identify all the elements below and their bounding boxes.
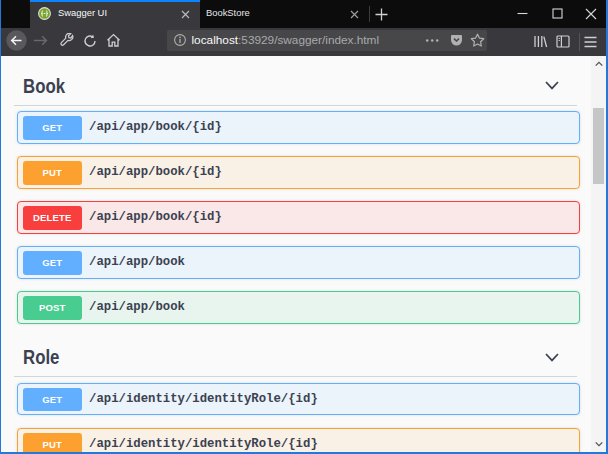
- page-actions-icon[interactable]: [425, 38, 440, 43]
- back-button[interactable]: [6, 30, 27, 51]
- url-bar[interactable]: localhost:53929/swagger/index.html: [167, 30, 487, 51]
- maximize-button[interactable]: [541, 0, 573, 27]
- swagger-viewport: Book GET /api/app/book/{id} PUT /api/app…: [1, 56, 591, 452]
- operations-list: GET /api/identity/identityRole/{id} PUT …: [1, 383, 591, 452]
- http-method-badge: POST: [23, 296, 83, 320]
- sidebar-button[interactable]: [556, 35, 570, 48]
- api-tag-section: Role GET /api/identity/identityRole/{id}…: [1, 348, 591, 452]
- bookmark-star-icon[interactable]: [470, 33, 485, 48]
- url-host: localhost: [192, 33, 239, 47]
- active-tab-highlight: [30, 0, 200, 2]
- minimize-button[interactable]: [506, 0, 538, 27]
- tab-title: Swagger UI: [58, 0, 107, 26]
- page-content: Book GET /api/app/book/{id} PUT /api/app…: [1, 56, 606, 452]
- vertical-scrollbar[interactable]: [591, 56, 606, 452]
- http-method-badge: GET: [23, 116, 83, 140]
- http-method-badge: GET: [23, 388, 83, 412]
- new-tab-button[interactable]: [375, 8, 388, 21]
- http-method-badge: PUT: [23, 433, 83, 452]
- tag-header[interactable]: Book: [14, 77, 577, 106]
- site-info-icon[interactable]: [174, 34, 186, 46]
- url-text: localhost:53929/swagger/index.html: [192, 30, 380, 51]
- tab-close-icon[interactable]: [181, 10, 190, 19]
- api-operation-row[interactable]: DELETE /api/app/book/{id}: [17, 201, 581, 234]
- api-operation-row[interactable]: GET /api/app/book: [17, 246, 581, 279]
- endpoint-path: /api/app/book/{id}: [89, 112, 222, 143]
- wrench-icon[interactable]: [59, 33, 74, 48]
- api-operation-row[interactable]: GET /api/identity/identityRole/{id}: [17, 383, 581, 416]
- chevron-down-icon[interactable]: [545, 353, 559, 362]
- api-operation-row[interactable]: POST /api/app/book: [17, 291, 581, 324]
- tab-bookstore[interactable]: BookStore: [200, 0, 366, 28]
- tag-header[interactable]: Role: [14, 348, 577, 377]
- nav-toolbar: localhost:53929/swagger/index.html: [1, 28, 606, 56]
- url-path: :53929/swagger/index.html: [238, 33, 379, 47]
- browser-window: Swagger UI BookStore: [0, 0, 608, 454]
- scrollbar-thumb[interactable]: [593, 108, 604, 184]
- toolbar-separator: [579, 33, 580, 51]
- api-operation-row[interactable]: GET /api/app/book/{id}: [17, 111, 581, 144]
- tab-swagger-ui[interactable]: Swagger UI: [30, 0, 200, 28]
- endpoint-path: /api/app/book/{id}: [89, 157, 222, 188]
- pocket-icon[interactable]: [450, 34, 463, 47]
- endpoint-path: /api/app/book: [89, 247, 185, 278]
- http-method-badge: PUT: [23, 161, 83, 185]
- close-button[interactable]: [575, 0, 607, 27]
- api-operation-row[interactable]: PUT /api/identity/identityRole/{id}: [17, 428, 581, 452]
- tag-title: Book: [23, 77, 65, 96]
- menu-button[interactable]: [584, 36, 597, 48]
- endpoint-path: /api/identity/identityRole/{id}: [89, 429, 318, 452]
- operations-list: GET /api/app/book/{id} PUT /api/app/book…: [1, 111, 591, 324]
- api-tag-section: Book GET /api/app/book/{id} PUT /api/app…: [1, 77, 591, 324]
- scroll-up-icon[interactable]: [595, 61, 603, 67]
- reload-button[interactable]: [83, 34, 97, 48]
- swagger-favicon-icon: [38, 7, 51, 20]
- endpoint-path: /api/identity/identityRole/{id}: [89, 384, 318, 415]
- endpoint-path: /api/app/book: [89, 292, 185, 323]
- scroll-down-icon[interactable]: [595, 441, 603, 447]
- tab-title: BookStore: [206, 0, 250, 26]
- tag-title: Role: [23, 348, 59, 367]
- forward-button[interactable]: [33, 34, 48, 47]
- tab-close-icon[interactable]: [350, 10, 359, 19]
- tab-bar: Swagger UI BookStore: [1, 0, 606, 28]
- http-method-badge: DELETE: [23, 206, 83, 230]
- chevron-down-icon[interactable]: [545, 81, 559, 90]
- http-method-badge: GET: [23, 251, 83, 275]
- library-button[interactable]: [533, 34, 548, 49]
- home-button[interactable]: [106, 33, 121, 47]
- endpoint-path: /api/app/book/{id}: [89, 202, 222, 233]
- tab-separator: [369, 6, 370, 22]
- api-operation-row[interactable]: PUT /api/app/book/{id}: [17, 156, 581, 189]
